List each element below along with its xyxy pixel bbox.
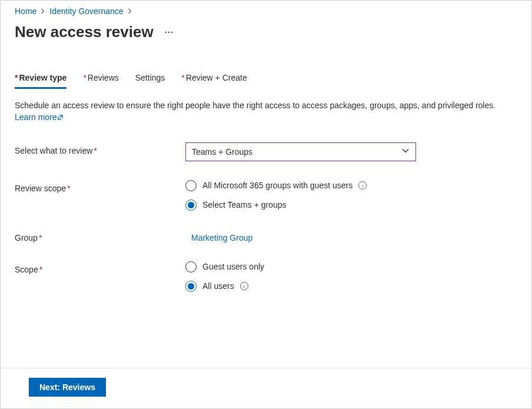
chevron-right-icon <box>40 8 46 14</box>
required-asterisk: * <box>39 265 42 274</box>
tabs: *Review type *Reviews Settings *Review +… <box>15 73 517 89</box>
learn-more-link[interactable]: Learn more <box>15 112 64 122</box>
required-asterisk: * <box>15 73 18 82</box>
tab-review-type[interactable]: *Review type <box>15 73 66 89</box>
breadcrumb-home[interactable]: Home <box>15 6 36 16</box>
row-review-scope: Review scope* All Microsoft 365 groups w… <box>15 180 517 211</box>
tab-label: Review type <box>19 73 66 82</box>
label-group: Group* <box>15 230 174 242</box>
required-asterisk: * <box>39 233 42 242</box>
page-title-row: New access review ⋯ <box>15 23 517 41</box>
info-icon[interactable]: i <box>240 282 248 290</box>
row-group: Group* Marketing Group <box>15 230 517 242</box>
radio-icon <box>185 281 197 292</box>
radio-all-users[interactable]: All users i <box>185 281 517 292</box>
select-value: Teams + Groups <box>192 147 252 157</box>
label-scope: Scope* <box>15 261 174 274</box>
radio-icon <box>185 180 197 191</box>
external-link-icon <box>57 112 64 122</box>
radio-icon <box>185 199 197 211</box>
breadcrumb-identity-governance[interactable]: Identity Governance <box>49 6 123 16</box>
learn-more-text: Learn more <box>15 112 57 122</box>
description: Schedule an access review to ensure the … <box>15 99 517 124</box>
breadcrumb: Home Identity Governance <box>15 6 517 16</box>
radio-label: Select Teams + groups <box>202 200 287 210</box>
more-actions-icon[interactable]: ⋯ <box>163 26 175 38</box>
tab-settings[interactable]: Settings <box>135 73 165 89</box>
tab-review-create[interactable]: *Review + Create <box>181 73 247 89</box>
required-asterisk: * <box>94 146 97 155</box>
label-review-scope: Review scope* <box>15 180 174 193</box>
row-scope: Scope* Guest users only All users i <box>15 261 517 292</box>
required-asterisk: * <box>83 73 86 82</box>
radio-label: All Microsoft 365 groups with guest user… <box>202 181 353 190</box>
radio-icon <box>185 261 197 272</box>
row-select-review: Select what to review* Teams + Groups <box>15 142 517 161</box>
tab-label: Settings <box>135 73 165 82</box>
label-select-review: Select what to review* <box>15 142 174 155</box>
tab-label: Review + Create <box>186 73 247 82</box>
page-title: New access review <box>15 23 154 41</box>
radio-all-m365-groups[interactable]: All Microsoft 365 groups with guest user… <box>185 180 517 191</box>
select-what-to-review-dropdown[interactable]: Teams + Groups <box>185 142 416 161</box>
form: Select what to review* Teams + Groups Re… <box>15 142 517 292</box>
group-link[interactable]: Marketing Group <box>191 233 517 242</box>
next-reviews-button[interactable]: Next: Reviews <box>29 378 106 397</box>
radio-label: Guest users only <box>202 262 264 271</box>
tab-reviews[interactable]: *Reviews <box>83 73 118 89</box>
required-asterisk: * <box>181 73 184 82</box>
chevron-right-icon <box>127 8 133 14</box>
required-asterisk: * <box>67 184 70 193</box>
info-icon[interactable]: i <box>358 181 367 189</box>
footer: Next: Reviews <box>1 368 531 408</box>
radio-guest-users-only[interactable]: Guest users only <box>185 261 517 272</box>
radio-select-teams-groups[interactable]: Select Teams + groups <box>185 199 517 211</box>
description-text: Schedule an access review to ensure the … <box>15 101 496 110</box>
tab-label: Reviews <box>88 73 119 82</box>
chevron-down-icon <box>401 147 410 157</box>
radio-label: All users <box>202 281 234 291</box>
